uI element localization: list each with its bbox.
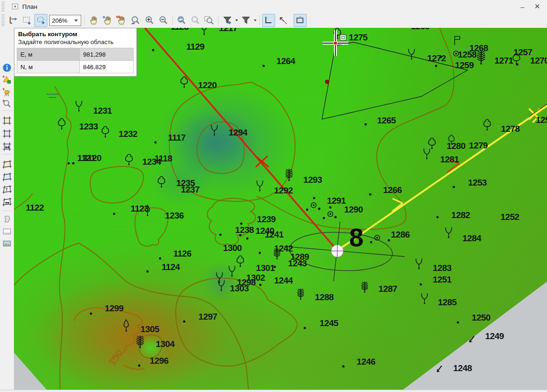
trapezoid-text-icon: T <box>2 185 12 195</box>
toolbar-separator <box>172 15 173 26</box>
trapezoid-frame-icon <box>2 172 12 182</box>
frame-blue-tool[interactable] <box>1 128 13 139</box>
search-icon <box>2 99 12 109</box>
window-title: План <box>22 3 38 10</box>
image-icon <box>2 226 12 237</box>
map-canvas[interactable]: 8 150 1128121711291264127512691272126812… <box>14 28 547 392</box>
coord-e-label: E, м <box>17 48 80 61</box>
toolbar-drag-grip[interactable] <box>1 14 5 26</box>
toolbar-separator <box>84 15 85 26</box>
window-restore-icon <box>12 3 19 10</box>
zoom-previous-tool[interactable] <box>189 14 202 27</box>
warning-icon <box>2 75 12 85</box>
svg-text:T: T <box>6 188 8 192</box>
combobox-caret-icon <box>74 19 78 22</box>
window-bottom-edge <box>0 390 547 392</box>
frame-icon <box>2 129 12 139</box>
polygon-select-tool[interactable] <box>34 14 47 27</box>
zoom-level-value: 206% <box>52 17 67 24</box>
zoom-extents-tool[interactable] <box>203 14 216 27</box>
plan-window: План – ✕ 206% <box>0 0 547 392</box>
coord-n-value: 846,829 <box>80 61 134 73</box>
filter-dropdown-caret[interactable] <box>254 19 257 21</box>
lasso-region-tool[interactable] <box>1 214 13 225</box>
coordinate-table: E, м 981,298 N, м 846,829 <box>17 48 134 73</box>
sidebar-separator <box>2 154 12 154</box>
ortho-corner-tool[interactable] <box>262 14 275 27</box>
toolbar-separator <box>218 15 219 26</box>
coord-e-value: 981,298 <box>80 48 134 61</box>
pan-tool[interactable] <box>87 14 100 27</box>
pan-ne-tool[interactable]: NE <box>115 14 128 27</box>
sheet-text-tool[interactable]: T <box>1 184 13 195</box>
crosshair-cursor <box>322 30 348 56</box>
image-icon <box>2 238 12 249</box>
zoom-window-tool[interactable] <box>129 14 142 27</box>
coord-n-label: N, м <box>17 61 80 73</box>
filter-add-dropdown-caret[interactable] <box>235 19 238 21</box>
toolbar-separator <box>259 15 260 26</box>
rect-select-tool[interactable] <box>20 14 33 27</box>
warning-layers-tool[interactable] <box>1 74 13 85</box>
zoom-refresh-tool[interactable] <box>175 14 188 27</box>
window-buttons: – ✕ <box>516 1 543 12</box>
tooltip-subtitle: Задайте полигональную область <box>14 38 136 48</box>
trapezoid-frame-icon <box>2 160 12 170</box>
sheet-search-tool[interactable] <box>1 197 13 208</box>
main-toolbar: 206% NE <box>0 13 547 28</box>
frame-icon <box>2 116 12 126</box>
table-row: N, м 846,829 <box>17 61 134 73</box>
frame-yellow-tool[interactable] <box>1 115 13 126</box>
total-station-icon <box>2 87 12 97</box>
search-point-tool[interactable] <box>1 98 13 109</box>
trapezoid-binoculars-icon <box>2 197 12 207</box>
titlebar-drag-grip[interactable] <box>1 1 5 12</box>
frame-search-tool[interactable] <box>1 141 13 152</box>
frame-binoculars-icon <box>2 141 12 152</box>
close-button[interactable]: ✕ <box>531 1 543 12</box>
sidebar-separator <box>2 110 12 111</box>
sheet-yellow-tool[interactable] <box>1 159 13 170</box>
left-toolbar: T <box>0 28 14 392</box>
coordinate-axes-tool[interactable] <box>6 14 19 27</box>
sidebar-separator <box>2 211 12 211</box>
image-frame-tool[interactable] <box>1 226 13 237</box>
tooltip-title: Выбрать контуром <box>14 28 136 38</box>
polygon-icon <box>2 214 12 225</box>
info-tool[interactable] <box>1 62 13 73</box>
pan-dynamic-tool[interactable] <box>101 14 114 27</box>
minimize-button[interactable]: – <box>516 1 528 12</box>
select-contour-tooltip: Выбрать контуром Задайте полигональную о… <box>14 28 137 77</box>
station-setup-tool[interactable] <box>1 87 13 98</box>
table-row: E, м 981,298 <box>17 48 134 61</box>
zoom-out-tool[interactable] <box>157 14 170 27</box>
title-bar: План – ✕ <box>0 0 547 13</box>
region-frame-tool[interactable] <box>294 14 307 27</box>
zoom-in-tool[interactable] <box>143 14 156 27</box>
filter-tool[interactable] <box>239 14 252 27</box>
cursor-layer <box>14 28 547 392</box>
measure-arrow-tool[interactable] <box>276 14 289 27</box>
image-frame-blue-tool[interactable] <box>1 238 13 249</box>
filter-add-tool[interactable] <box>221 14 234 27</box>
svg-text:NE: NE <box>116 15 121 19</box>
zoom-level-combobox[interactable]: 206% <box>49 15 81 26</box>
sheet-blue-tool[interactable] <box>1 172 13 183</box>
info-icon <box>2 63 12 73</box>
